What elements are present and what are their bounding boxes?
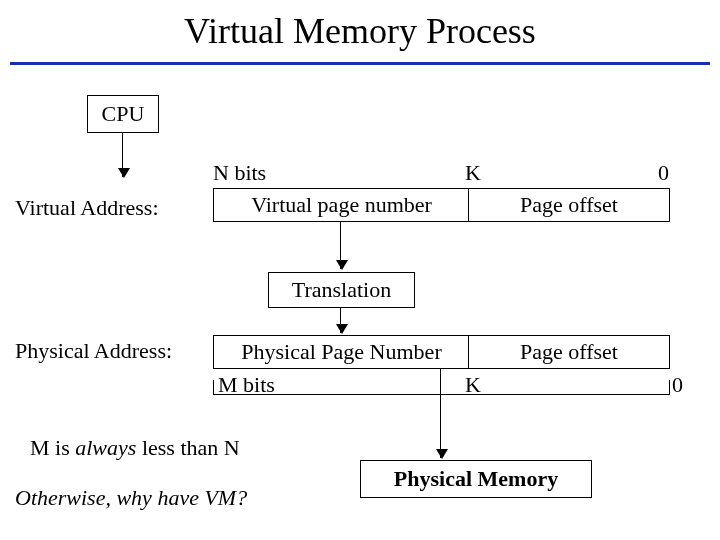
cpu-box: CPU <box>87 95 159 133</box>
note1-part-a: M is <box>30 435 75 460</box>
physical-address-label: Physical Address: <box>15 338 172 364</box>
note1-part-c: less than N <box>136 435 239 460</box>
arrow-ppn-to-physmem <box>440 368 441 458</box>
note-line-2: Otherwise, why have VM? <box>15 485 247 511</box>
title-rule <box>10 62 710 65</box>
zero-top-label: 0 <box>658 160 669 186</box>
page-offset-text-top: Page offset <box>520 192 618 218</box>
page-offset-box-top: Page offset <box>468 188 670 222</box>
zero-bottom-label: 0 <box>672 372 683 398</box>
cpu-label: CPU <box>102 101 145 127</box>
page-title: Virtual Memory Process <box>0 10 720 52</box>
diagram-stage: Virtual Memory Process CPU Virtual Addre… <box>0 0 720 540</box>
translation-text: Translation <box>292 277 391 303</box>
virtual-address-label: Virtual Address: <box>15 195 159 221</box>
k-bottom-label: K <box>465 372 481 398</box>
arrow-vpn-to-translation <box>340 221 341 269</box>
note-line-1: M is always less than N <box>30 435 240 461</box>
vpn-text: Virtual page number <box>251 192 432 218</box>
arrow-cpu-to-va <box>122 132 123 177</box>
page-offset-text-bottom: Page offset <box>520 339 618 365</box>
k-top-label: K <box>465 160 481 186</box>
ppn-box: Physical Page Number <box>213 335 470 369</box>
pa-bracket <box>213 380 670 395</box>
page-offset-box-bottom: Page offset <box>468 335 670 369</box>
physical-memory-text: Physical Memory <box>394 466 558 492</box>
translation-box: Translation <box>268 272 415 308</box>
m-bits-label: M bits <box>218 372 275 398</box>
arrow-translation-to-ppn <box>340 307 341 333</box>
n-bits-label: N bits <box>213 160 266 186</box>
physical-memory-box: Physical Memory <box>360 460 592 498</box>
ppn-text: Physical Page Number <box>241 339 441 365</box>
note1-part-b: always <box>75 435 136 460</box>
vpn-box: Virtual page number <box>213 188 470 222</box>
